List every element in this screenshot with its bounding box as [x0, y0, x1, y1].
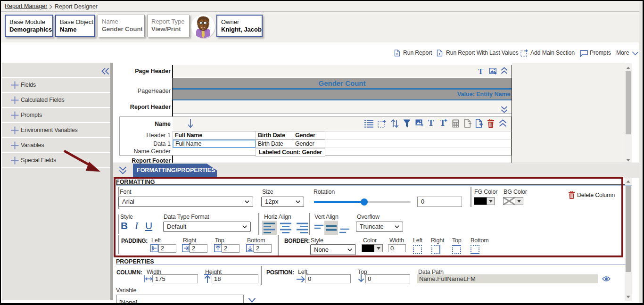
svg-text:T: T — [428, 118, 434, 127]
svg-text:T: T — [440, 118, 446, 127]
svg-text:T: T — [478, 67, 484, 75]
